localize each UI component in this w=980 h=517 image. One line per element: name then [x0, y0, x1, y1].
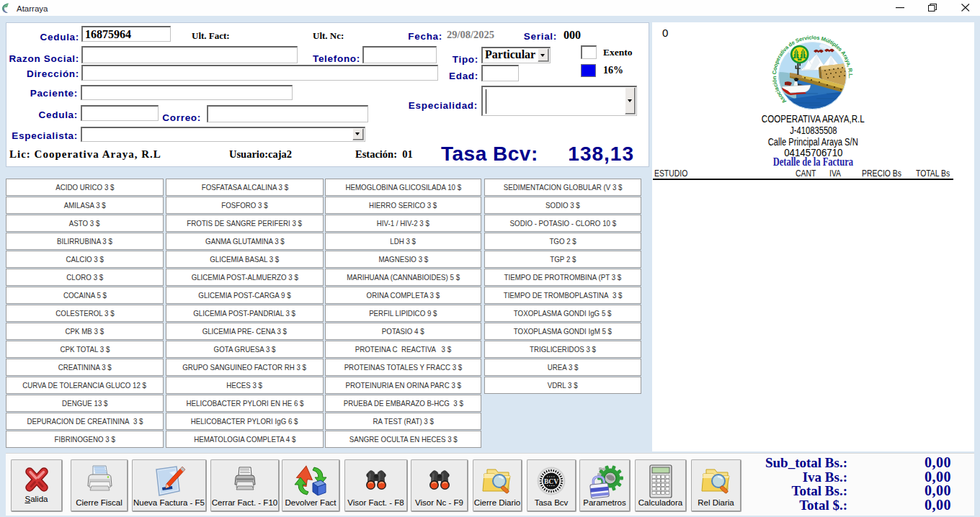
- svg-text:BCV: BCV: [544, 478, 558, 485]
